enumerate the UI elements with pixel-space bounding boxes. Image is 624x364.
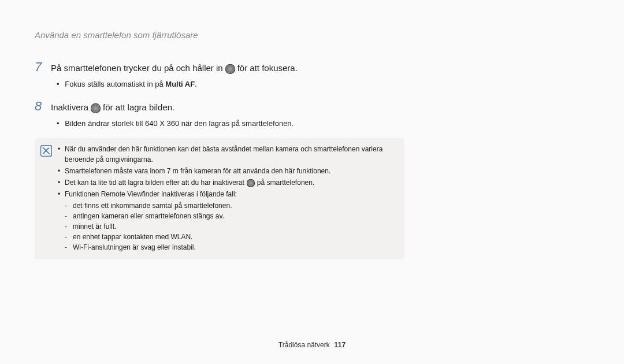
manual-page: Använda en smarttelefon som fjärrutlösar… [0,0,624,364]
note-item: Funktionen Remote Viewfinder inaktiveras… [58,189,396,252]
step-number: 7 [35,60,51,75]
sub-bullet: Fokus ställs automatiskt in på Multi AF. [57,79,589,90]
dash-list: det finns ett inkommande samtal på smart… [65,200,396,252]
dash-item: en enhet tappar kontakten med WLAN. [65,232,396,242]
note-icon [40,145,52,157]
page-number: 117 [334,341,346,349]
dash-item: Wi-Fi-anslutningen är svag eller instabi… [65,242,396,252]
step-text: Inaktivera för att lagra bilden. [51,101,174,114]
step-text-post: för att lagra bilden. [103,101,174,114]
step-number: 8 [35,99,51,114]
step-7: 7 På smarttelefonen trycker du på och hå… [35,60,589,75]
step-8-sub: Bilden ändrar storlek till 640 X 360 när… [57,118,589,129]
shutter-icon [247,179,255,187]
chapter-title: Använda en smarttelefon som fjärrutlösar… [35,30,589,40]
note-list: När du använder den här funktionen kan d… [58,144,396,254]
sub-bullet: Bilden ändrar storlek till 640 X 360 när… [57,118,589,129]
step-text: På smarttelefonen trycker du på och håll… [51,62,298,75]
note-item: Smarttelefonen måste vara inom 7 m från … [58,166,396,176]
note-item: Det kan ta lite tid att lagra bilden eft… [58,177,396,188]
step-text-pre: På smarttelefonen trycker du på och håll… [51,62,223,75]
shutter-icon [91,103,101,113]
dash-item: det finns ett inkommande samtal på smart… [65,200,396,211]
dash-item: minnet är fullt. [65,221,396,232]
step-8: 8 Inaktivera för att lagra bilden. [35,99,589,114]
step-text-post: för att fokusera. [237,62,298,75]
page-footer: Trådlösa nätverk 117 [0,341,624,349]
shutter-icon [225,64,235,74]
footer-label: Trådlösa nätverk [278,341,330,349]
step-7-sub: Fokus ställs automatiskt in på Multi AF. [57,79,589,90]
note-item: När du använder den här funktionen kan d… [58,144,396,165]
note-box: När du använder den här funktionen kan d… [35,138,404,259]
dash-item: antingen kameran eller smarttelefonen st… [65,211,396,221]
step-text-pre: Inaktivera [51,101,88,114]
